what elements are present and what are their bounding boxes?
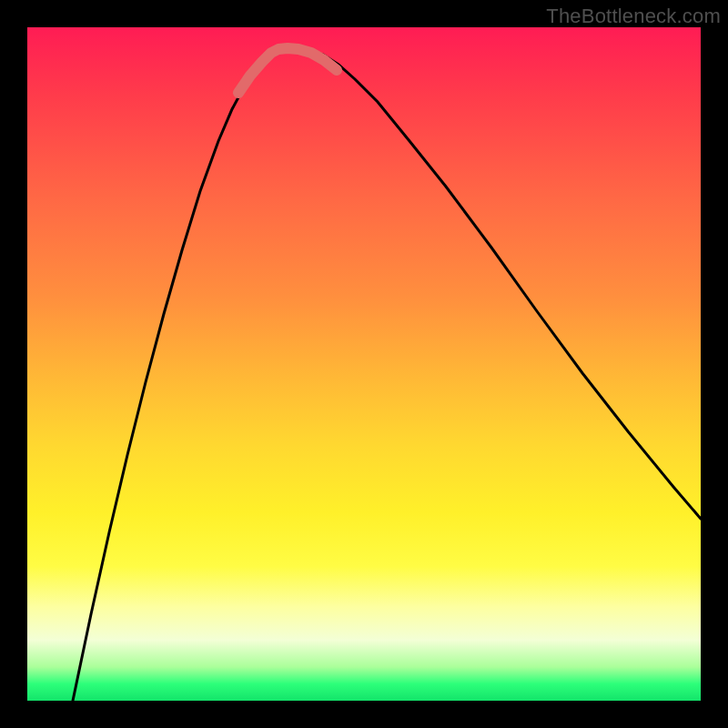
watermark-text: TheBottleneck.com	[546, 5, 721, 28]
gradient-plot-area	[27, 27, 701, 701]
curve-svg	[27, 27, 701, 701]
outer-frame: TheBottleneck.com	[0, 0, 728, 728]
highlight-band	[238, 48, 337, 93]
bottleneck-curve	[73, 47, 701, 701]
